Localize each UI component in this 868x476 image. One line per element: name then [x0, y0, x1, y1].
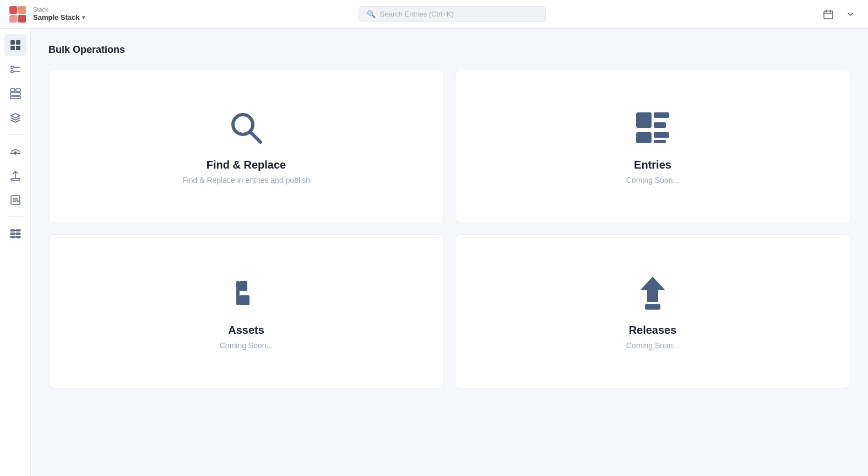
svg-line-32 — [250, 132, 261, 142]
search-placeholder: Search Entries (Ctrl+K) — [380, 10, 454, 18]
logo — [9, 6, 26, 23]
svg-rect-3 — [18, 15, 26, 23]
releases-subtitle: Coming Soon... — [626, 341, 680, 350]
content-area: Bulk Operations Find & Replace Find & Re… — [31, 29, 868, 476]
sidebar-item-media[interactable] — [4, 140, 26, 163]
search-area: 🔍 Search Entries (Ctrl+K) — [91, 6, 813, 22]
svg-rect-36 — [636, 132, 652, 143]
svg-marker-42 — [641, 277, 665, 302]
calendar-button[interactable] — [820, 6, 837, 23]
sidebar-divider-1 — [8, 134, 23, 135]
svg-rect-11 — [11, 71, 13, 73]
entries-card[interactable]: Entries Coming Soon... — [455, 69, 850, 223]
page-title: Bulk Operations — [48, 44, 850, 56]
sidebar — [0, 29, 31, 476]
releases-title: Releases — [629, 324, 677, 337]
entries-icon — [633, 108, 672, 148]
entries-subtitle: Coming Soon... — [626, 176, 680, 185]
main-layout: Bulk Operations Find & Replace Find & Re… — [0, 29, 868, 476]
releases-card[interactable]: Releases Coming Soon... — [455, 234, 850, 388]
svg-rect-16 — [10, 96, 20, 99]
topbar-actions — [820, 6, 859, 23]
svg-rect-0 — [9, 6, 17, 14]
find-replace-title: Find & Replace — [207, 159, 286, 171]
svg-rect-17 — [10, 153, 13, 154]
releases-icon — [633, 273, 672, 313]
svg-rect-38 — [654, 140, 666, 143]
assets-subtitle: Coming Soon... — [220, 341, 273, 350]
svg-rect-13 — [10, 89, 15, 91]
svg-rect-33 — [636, 112, 652, 128]
assets-card[interactable]: Assets Coming Soon... — [48, 234, 444, 388]
svg-rect-7 — [10, 46, 15, 50]
search-icon: 🔍 — [367, 10, 376, 18]
sidebar-item-releases[interactable] — [4, 165, 26, 187]
find-replace-card[interactable]: Find & Replace Find & Replace in entries… — [48, 69, 444, 223]
svg-rect-1 — [18, 6, 26, 14]
svg-rect-41 — [240, 295, 249, 305]
svg-rect-39 — [236, 281, 240, 305]
svg-rect-8 — [16, 46, 20, 50]
svg-rect-37 — [654, 132, 669, 138]
find-replace-subtitle: Find & Replace in entries and publish — [182, 176, 310, 185]
svg-rect-15 — [10, 93, 20, 95]
svg-rect-34 — [654, 112, 669, 118]
svg-rect-5 — [10, 40, 15, 45]
entries-title: Entries — [634, 159, 671, 171]
svg-rect-6 — [16, 40, 20, 45]
stack-name-button[interactable]: Sample Stack ▾ — [33, 13, 85, 22]
search-bar[interactable]: 🔍 Search Entries (Ctrl+K) — [359, 6, 546, 22]
svg-rect-14 — [16, 89, 20, 91]
svg-rect-2 — [9, 15, 17, 23]
stack-info: Stack Sample Stack ▾ — [33, 6, 85, 22]
chevron-down-icon: ▾ — [82, 14, 85, 21]
sidebar-divider-2 — [8, 217, 23, 217]
svg-rect-40 — [240, 281, 247, 291]
assets-icon — [226, 273, 266, 313]
stack-label: Stack — [33, 6, 85, 13]
svg-rect-20 — [11, 178, 20, 180]
svg-rect-35 — [654, 122, 666, 128]
svg-rect-18 — [14, 152, 17, 154]
find-replace-icon — [226, 108, 266, 148]
sidebar-item-settings[interactable] — [4, 223, 26, 245]
sidebar-item-dashboard[interactable] — [4, 34, 26, 56]
svg-rect-4 — [824, 11, 833, 19]
sidebar-item-content-types[interactable] — [4, 107, 26, 129]
svg-rect-9 — [11, 66, 13, 68]
svg-rect-19 — [18, 153, 20, 154]
sidebar-item-widgets[interactable] — [4, 83, 26, 105]
assets-title: Assets — [228, 324, 264, 337]
topbar: Stack Sample Stack ▾ 🔍 Search Entries (C… — [0, 0, 868, 29]
svg-rect-43 — [645, 304, 660, 310]
cards-grid: Find & Replace Find & Replace in entries… — [48, 69, 850, 388]
sidebar-item-tasks[interactable] — [4, 189, 26, 211]
dropdown-button[interactable] — [842, 6, 859, 23]
sidebar-item-entries[interactable] — [4, 58, 26, 80]
